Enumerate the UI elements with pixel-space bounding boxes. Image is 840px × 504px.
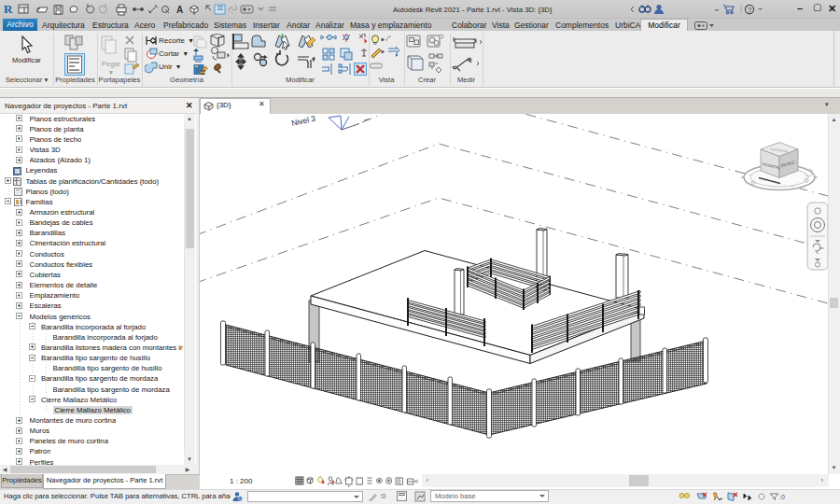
svg-text:?: ? [748, 6, 752, 14]
svg-text:Nivel 3: Nivel 3 [290, 114, 316, 128]
svg-text:A: A [176, 5, 183, 15]
svg-text::0: :0 [779, 494, 785, 500]
